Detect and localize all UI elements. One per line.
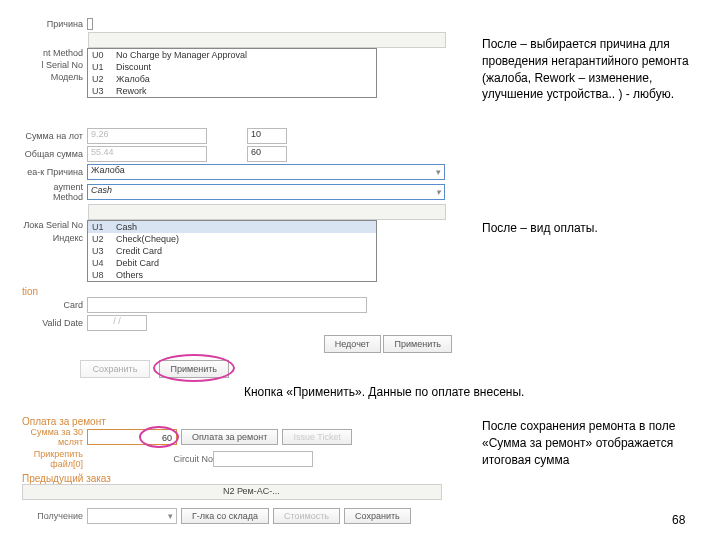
label-serial: l Serial No: [22, 60, 87, 70]
circle-apply: [153, 354, 235, 382]
pay-method-dropdown-list[interactable]: U1Cash U2Check(Cheque) U3Credit Card U4D…: [87, 220, 377, 282]
col-uniq-engineer: N2 Рем-AC-...: [223, 486, 280, 496]
header-bar-1: [88, 32, 446, 48]
sum-repair-val: 9.26: [87, 128, 207, 144]
small-box: [87, 18, 93, 30]
circuit-input[interactable]: [213, 451, 313, 467]
label-valid: Valid Date: [22, 318, 87, 328]
section-prev-order: Предыдущий заказ: [22, 473, 462, 484]
label-reason2: еа-к Причина: [22, 167, 87, 177]
valid-input[interactable]: / /: [87, 315, 147, 331]
btn-oplata-remont[interactable]: Оплата за ремонт: [181, 429, 278, 445]
label-engine: Модель: [22, 72, 87, 82]
btn-apply-top[interactable]: Применить: [383, 335, 452, 353]
label-index: Индекс: [22, 233, 87, 243]
label-serial2: Лока Serial No: [22, 220, 87, 230]
receive-input[interactable]: [87, 508, 177, 524]
btn-issue-ticket[interactable]: Issue Ticket: [282, 429, 352, 445]
label-total-sum: Общая сумма: [22, 149, 87, 159]
reason2-input[interactable]: Жалоба: [87, 164, 445, 180]
card-input[interactable]: [87, 297, 367, 313]
btn-from-stock[interactable]: Г-лка со склада: [181, 508, 269, 524]
header-bar-2: [88, 204, 446, 220]
col-a-val[interactable]: 10: [247, 128, 287, 144]
label-card: Card: [22, 300, 87, 310]
btn-clear[interactable]: Недочет: [324, 335, 381, 353]
annotation-apply: Кнопка «Применить». Данные по оплате вне…: [244, 384, 604, 401]
label-pay-method: ayment Method: [22, 182, 87, 202]
section-tion: tion: [22, 286, 452, 297]
label-method: nt Method: [22, 48, 87, 58]
label-sum-repair: Сумма на лот: [22, 131, 87, 141]
label-receive: Получение: [22, 511, 87, 521]
page-number: 68: [672, 512, 685, 529]
header-bar-3: N2 Рем-AC-...: [22, 484, 442, 500]
btn-save-bottom[interactable]: Сохранить: [344, 508, 411, 524]
section-oplata: Оплата за ремонт: [22, 416, 462, 427]
circle-60: [139, 426, 179, 448]
label-circuit: Circuit No: [163, 454, 213, 464]
label-reason: Причина: [22, 19, 87, 29]
annotation-sum: После сохранения ремонта в поле «Сумма з…: [482, 418, 712, 468]
pay-method-input[interactable]: Cash: [87, 184, 445, 200]
btn-save-mid[interactable]: Сохранить: [80, 360, 150, 378]
label-sum30: Сумма за 30 мслят: [22, 427, 87, 447]
btn-cost[interactable]: Стоимость: [273, 508, 340, 524]
annotation-reason: После – выбирается причина для проведени…: [482, 36, 712, 103]
label-attach: Прикрепить файл[0]: [22, 449, 87, 469]
col-b-val[interactable]: 60: [247, 146, 287, 162]
reason-dropdown-list[interactable]: U0No Charge by Manager Approval U1Discou…: [87, 48, 377, 98]
annotation-payment: После – вид оплаты.: [482, 220, 682, 237]
total-sum-val: 55.44: [87, 146, 207, 162]
